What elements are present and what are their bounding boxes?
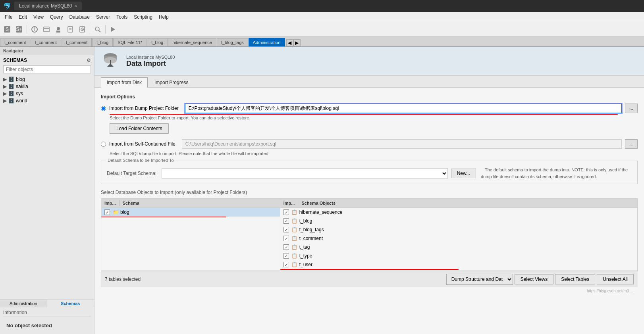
tree-label-blog: blog (16, 77, 25, 82)
browse-dump-folder-btn[interactable]: ... (625, 104, 638, 113)
obj-name-t-comment: t_comment (299, 236, 323, 241)
dump-folder-path-input[interactable] (185, 104, 622, 113)
tab-administration[interactable]: Administration (249, 38, 285, 46)
window-tab[interactable]: Local instance MySQL80 × (14, 2, 82, 10)
toolbar-btn-8[interactable] (92, 24, 103, 35)
menu-server[interactable]: Server (93, 13, 113, 21)
content-area: Local instance MySQL80 Data Import Impor… (94, 47, 644, 334)
schema-imp-col-header: Imp... (104, 201, 116, 205)
radio-self-contained-label: Import from Self-Contained File (109, 141, 175, 147)
tab-hibernate[interactable]: hibernate_sequence (168, 38, 216, 46)
radio-row-1: Import from Dump Project Folder ... (101, 104, 638, 113)
toolbar-btn-1[interactable]: S (2, 24, 13, 35)
toolbar-btn-5[interactable] (53, 24, 64, 35)
schema-icon: 🗄️ (8, 98, 14, 104)
menu-database[interactable]: Database (66, 13, 93, 21)
browse-self-contained-btn[interactable]: ... (625, 139, 638, 149)
obj-checkbox-hibernate[interactable] (283, 209, 289, 215)
svg-marker-17 (111, 27, 115, 32)
tree-label-sakila: sakila (16, 84, 28, 89)
toolbar-btn-4[interactable] (41, 24, 52, 35)
annotation-wrapper (101, 217, 280, 217)
toolbar-btn-7[interactable]: ⚙ (77, 24, 88, 35)
menu-edit[interactable]: Edit (15, 13, 30, 21)
tree-item-sakila[interactable]: ▶ 🗄️ sakila (0, 83, 94, 90)
tab-next-btn[interactable]: ▶ (293, 39, 301, 46)
toolbar-btn-2[interactable]: S+ (13, 24, 25, 35)
schemas-manage-icon[interactable]: ⚙ (87, 58, 91, 63)
schema-checkbox-blog[interactable] (104, 209, 110, 215)
inner-tab-import-progress[interactable]: Import Progress (148, 77, 194, 87)
annotation-line-schema (101, 217, 226, 217)
main-layout: Navigator SCHEMAS ⚙ ▶ 🗄️ blog ▶ 🗄️ sakil… (0, 47, 644, 334)
chevron-right-icon: ▶ (3, 98, 7, 104)
toolbar-btn-3[interactable]: i (29, 24, 40, 35)
obj-row-t-comment[interactable]: 📋 t_comment (280, 234, 637, 243)
toolbar-btn-9[interactable] (108, 24, 119, 35)
table-icon: 📋 (291, 227, 298, 233)
obj-checkbox-t-tag[interactable] (283, 244, 289, 250)
tab-t-blog-tags[interactable]: t_blog_tags (217, 38, 248, 46)
sidebar-tab-administration[interactable]: Administration (0, 299, 47, 307)
menu-help[interactable]: Help (156, 13, 172, 21)
svg-text:S+: S+ (16, 27, 22, 32)
db-objects-title: Select Database Objects to Import (only … (101, 190, 638, 195)
tree-label-sys: sys (16, 91, 23, 96)
filter-input[interactable] (3, 65, 91, 73)
tree-item-blog[interactable]: ▶ 🗄️ blog (0, 76, 94, 83)
tab-t-blog-1[interactable]: t_blog (92, 38, 113, 46)
obj-row-t-user[interactable]: 📋 t_user (280, 260, 637, 269)
svg-rect-9 (56, 31, 60, 33)
obj-checkbox-t-type[interactable] (283, 253, 289, 259)
tab-t-comment-1[interactable]: t_comment (0, 38, 30, 46)
new-schema-btn[interactable]: New... (451, 169, 476, 178)
schema-icon: 🗄️ (8, 84, 14, 89)
obj-row-hibernate[interactable]: 📋 hibernate_sequence (280, 208, 637, 217)
select-views-btn[interactable]: Select Views (515, 274, 553, 284)
import-title: Data Import (126, 60, 175, 68)
chevron-right-icon: ▶ (3, 84, 7, 89)
tab-sql-file[interactable]: SQL File 11* (113, 38, 147, 46)
menu-tools[interactable]: Tools (113, 13, 131, 21)
obj-row-t-blog-tags[interactable]: 📋 t_blog_tags (280, 225, 637, 234)
obj-name-t-type: t_type (299, 253, 312, 259)
schema-row-blog[interactable]: 📁 blog (101, 208, 280, 217)
menu-query[interactable]: Query (47, 13, 66, 21)
tab-prev-btn[interactable]: ◀ (286, 39, 293, 46)
self-contained-path-input[interactable] (182, 139, 622, 149)
tab-t-blog-2[interactable]: t_blog (147, 38, 168, 46)
close-icon[interactable]: × (74, 3, 77, 9)
bottom-bar: 7 tables selected Dump Structure and Dat… (101, 271, 638, 287)
menu-view[interactable]: View (30, 13, 47, 21)
toolbar-btn-6[interactable] (65, 24, 76, 35)
chevron-right-icon: ▶ (3, 91, 7, 96)
sidebar-tab-bar: Administration Schemas (0, 299, 94, 307)
load-folder-contents-btn[interactable]: Load Folder Contents (110, 123, 169, 134)
schema-name-col-header: Schema (123, 201, 139, 205)
obj-checkbox-t-blog-tags[interactable] (283, 227, 289, 232)
tab-t-comment-2[interactable]: t_comment (31, 38, 61, 46)
tree-item-sys[interactable]: ▶ 🗄️ sys (0, 90, 94, 97)
obj-row-t-type[interactable]: 📋 t_type (280, 251, 637, 260)
unselect-all-btn[interactable]: Unselect All (597, 274, 634, 284)
dump-structure-select[interactable]: Dump Structure and Dat (446, 274, 513, 285)
radio-self-contained[interactable] (101, 142, 106, 147)
tab-t-comment-3[interactable]: t_comment (62, 38, 92, 46)
obj-row-t-blog[interactable]: 📋 t_blog (280, 217, 637, 225)
select-tables-btn[interactable]: Select Tables (555, 274, 595, 284)
menu-scripting[interactable]: Scripting (131, 13, 156, 21)
obj-checkbox-t-blog[interactable] (283, 218, 289, 224)
tree-item-world[interactable]: ▶ 🗄️ world (0, 97, 94, 104)
tree-label-world: world (16, 98, 27, 104)
sidebar-tab-schemas[interactable]: Schemas (47, 299, 94, 307)
import-subtitle: Local instance MySQL80 (126, 55, 175, 60)
inner-tab-import-disk[interactable]: Import from Disk (101, 77, 148, 88)
table-icon: 📋 (291, 253, 298, 259)
menu-file[interactable]: File (2, 13, 15, 21)
obj-row-t-tag[interactable]: 📋 t_tag (280, 243, 637, 251)
radio-dump-folder[interactable] (101, 106, 106, 111)
target-schema-select[interactable] (162, 168, 448, 179)
obj-checkbox-t-user[interactable] (283, 262, 289, 267)
obj-checkbox-t-comment[interactable] (283, 236, 289, 241)
schema-note-text: The default schema to import the dump in… (481, 167, 628, 179)
